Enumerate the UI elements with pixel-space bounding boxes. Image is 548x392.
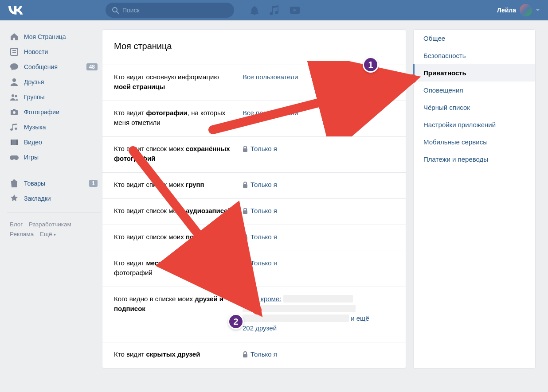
nav-games[interactable]: Игры bbox=[6, 150, 102, 165]
nav-friends[interactable]: Друзья bbox=[6, 74, 102, 89]
search-box[interactable] bbox=[106, 3, 234, 18]
annotation-arrow-2 bbox=[124, 146, 275, 323]
setting-row: Кто видит скрытых друзейТолько я bbox=[102, 342, 406, 368]
home-icon bbox=[9, 32, 20, 41]
settings-tabs: ОбщееБезопасностьПриватностьОповещенияЧё… bbox=[413, 29, 536, 369]
annotation-badge-2: 2 bbox=[228, 314, 244, 330]
svg-rect-20 bbox=[243, 354, 247, 357]
footer-blog[interactable]: Блог bbox=[10, 221, 23, 228]
svg-line-22 bbox=[133, 151, 257, 310]
svg-point-7 bbox=[12, 94, 14, 97]
tab-5[interactable]: Настройки приложений bbox=[414, 116, 535, 133]
svg-line-21 bbox=[213, 79, 412, 130]
svg-rect-14 bbox=[16, 140, 18, 145]
nav-messages[interactable]: Сообщения 48 bbox=[6, 59, 102, 74]
footer-ads[interactable]: Реклама bbox=[10, 231, 34, 237]
tab-2[interactable]: Приватность bbox=[414, 64, 535, 82]
profile-name: Лейла bbox=[497, 7, 516, 14]
svg-point-6 bbox=[12, 78, 16, 82]
footer-more[interactable]: Ещё ▾ bbox=[40, 231, 56, 237]
profile-menu[interactable]: Лейла bbox=[497, 4, 540, 16]
footer-devs[interactable]: Разработчикам bbox=[29, 221, 71, 228]
header-icons bbox=[250, 5, 301, 15]
livestream-icon[interactable] bbox=[289, 6, 301, 15]
badge-messages: 48 bbox=[86, 63, 98, 70]
tab-0[interactable]: Общее bbox=[414, 30, 535, 47]
tab-1[interactable]: Безопасность bbox=[414, 47, 535, 64]
page-title: Моя страница bbox=[102, 30, 406, 65]
nav-groups[interactable]: Группы bbox=[6, 89, 102, 105]
messages-icon bbox=[9, 62, 20, 71]
nav-video[interactable]: Видео bbox=[6, 135, 102, 150]
top-header: Лейла bbox=[0, 0, 548, 20]
news-icon bbox=[9, 47, 20, 56]
nav-news[interactable]: Новости bbox=[6, 44, 102, 59]
bookmarks-icon bbox=[9, 194, 20, 203]
svg-rect-13 bbox=[11, 140, 12, 145]
groups-icon bbox=[9, 93, 20, 101]
friends-icon bbox=[9, 78, 20, 86]
svg-line-1 bbox=[117, 12, 118, 13]
chevron-down-icon: ▾ bbox=[54, 232, 56, 237]
nav-bookmarks[interactable]: Закладки bbox=[6, 191, 102, 206]
search-icon bbox=[112, 7, 119, 14]
nav-photos[interactable]: Фотографии bbox=[6, 105, 102, 120]
tab-4[interactable]: Чёрный список bbox=[414, 99, 535, 116]
tab-7[interactable]: Платежи и переводы bbox=[414, 151, 535, 168]
bell-icon[interactable] bbox=[250, 5, 259, 15]
photos-icon bbox=[9, 108, 20, 116]
svg-point-11 bbox=[13, 111, 16, 114]
nav-video-icon bbox=[9, 138, 20, 147]
music-icon[interactable] bbox=[270, 5, 278, 15]
svg-rect-10 bbox=[13, 109, 16, 110]
market-icon bbox=[9, 179, 20, 188]
nav-footer: Блог Разработчикам Реклама Ещё ▾ bbox=[6, 215, 102, 244]
left-nav: Моя Страница Новости Сообщения 48 Друзья… bbox=[4, 24, 102, 369]
avatar bbox=[520, 4, 532, 16]
setting-value[interactable]: Только я bbox=[243, 349, 394, 359]
lock-icon bbox=[243, 350, 248, 358]
search-input[interactable] bbox=[122, 7, 228, 14]
tab-3[interactable]: Оповещения bbox=[414, 82, 535, 99]
svg-point-8 bbox=[15, 95, 17, 97]
games-icon bbox=[9, 153, 20, 162]
annotation-badge-1: 1 bbox=[363, 57, 379, 73]
badge-market: 1 bbox=[89, 180, 98, 187]
nav-music[interactable]: Музыка bbox=[6, 120, 102, 135]
annotation-arrow-1 bbox=[208, 61, 421, 136]
setting-label: Кто видит скрытых друзей bbox=[114, 349, 243, 359]
nav-music-icon bbox=[9, 123, 20, 132]
vk-logo-icon[interactable] bbox=[8, 6, 26, 15]
nav-my-page[interactable]: Моя Страница bbox=[6, 29, 102, 44]
nav-market[interactable]: Товары 1 bbox=[6, 176, 102, 191]
chevron-down-icon bbox=[536, 9, 540, 12]
tab-6[interactable]: Мобильные сервисы bbox=[414, 133, 535, 151]
